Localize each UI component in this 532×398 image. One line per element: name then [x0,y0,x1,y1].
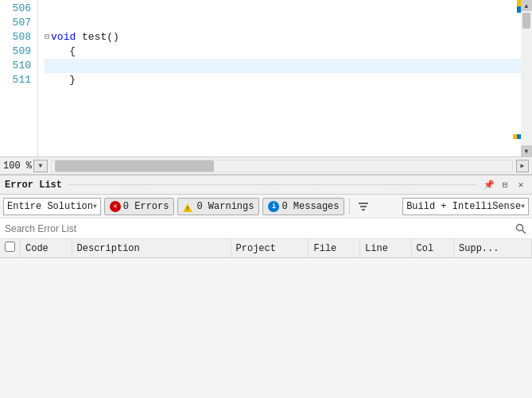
code-editor: 506 507 508 509 510 511 ⊟ void test() { [0,0,532,157]
filter-button[interactable] [355,198,372,215]
bottom-indicator [513,134,521,139]
filter-icon [358,201,369,212]
code-content[interactable]: ⊟ void test() { } [38,0,532,156]
scroll-down-arrow[interactable]: ▼ [521,145,532,156]
col-header-suppression[interactable]: Supp... [454,239,532,258]
code-line-509: { [45,44,532,59]
close-panel-button[interactable]: ✕ [515,179,527,191]
col-header-file[interactable]: File [309,239,360,258]
hscroll-thumb[interactable] [55,160,214,172]
line-num-509: 509 [3,44,31,59]
col-header-checkbox[interactable] [0,239,21,258]
line-numbers: 506 507 508 509 510 511 [0,0,38,156]
zoom-bar: 100 % ▼ ▶ [0,157,532,175]
code-line-506 [45,2,532,16]
line-num-506: 506 [3,2,31,16]
svg-point-3 [517,224,523,230]
scope-dropdown[interactable]: Entire Solution ▼ [3,198,101,215]
toolbar-sep-1 [349,199,350,214]
svg-rect-1 [360,206,367,207]
line-num-510: 510 [3,59,31,73]
indicator-yellow [517,0,521,6]
search-input[interactable] [5,223,515,234]
search-icon-button[interactable] [515,222,527,235]
title-separator [68,184,476,185]
select-all-checkbox[interactable] [5,242,15,252]
horizontal-scrollbar[interactable] [51,160,513,172]
line-num-511: 511 [3,73,31,87]
svg-rect-2 [362,209,365,211]
scope-dropdown-arrow: ▼ [93,203,97,210]
error-list-titlebar: Error List 📌 ⊟ ✕ [0,176,532,195]
col-header-description[interactable]: Description [72,239,231,258]
hscroll-right-arrow[interactable]: ▶ [516,160,529,172]
build-dropdown[interactable]: Build + IntelliSense ▼ [402,198,529,215]
collapse-icon-508[interactable]: ⊟ [45,30,49,44]
col-header-line[interactable]: Line [360,239,412,258]
errors-button[interactable]: ✕ 0 Errors [104,198,175,215]
svg-line-4 [522,230,526,234]
search-bar [0,218,532,239]
scroll-track[interactable] [521,11,532,145]
line-num-507: 507 [3,16,31,30]
messages-button[interactable]: i 0 Messages [262,198,344,215]
pin-button[interactable]: 📌 [483,179,495,191]
error-list-title: Error List [5,180,62,191]
zoom-dropdown[interactable]: ▼ [33,160,48,172]
error-icon: ✕ [110,201,121,212]
scroll-thumb[interactable] [522,13,530,29]
indicator-blue [517,6,521,13]
warnings-button[interactable]: 0 Warnings [177,198,259,215]
col-header-code[interactable]: Code [21,239,72,258]
table-header-row: Code Description Project File Line [0,239,532,258]
scroll-up-arrow[interactable]: ▲ [521,0,532,11]
error-table-container: Code Description Project File Line [0,239,532,258]
search-icon [515,223,526,234]
error-list-panel: Error List 📌 ⊟ ✕ Entire Solution ▼ ✕ 0 E… [0,175,532,258]
error-table: Code Description Project File Line [0,239,532,258]
col-header-col[interactable]: Col [411,239,453,258]
build-dropdown-arrow: ▼ [521,203,525,210]
error-list-toolbar: Entire Solution ▼ ✕ 0 Errors 0 Warnings … [0,195,532,218]
code-line-508: ⊟ void test() [45,30,532,44]
warning-icon [183,201,194,212]
code-line-511: } [45,73,532,87]
line-num-508: 508 [3,30,31,44]
zoom-level: 100 % [3,160,32,172]
editor-indicator [517,0,521,13]
bottom-indicator-blue [517,134,521,139]
code-line-507 [45,16,532,30]
title-actions: 📌 ⊟ ✕ [483,179,527,191]
col-header-project[interactable]: Project [231,239,309,258]
float-button[interactable]: ⊟ [499,179,511,191]
code-line-510 [45,59,532,73]
svg-rect-0 [359,203,368,204]
editor-vscrollbar[interactable]: ▲ ▼ [521,0,532,156]
info-icon: i [268,201,279,212]
